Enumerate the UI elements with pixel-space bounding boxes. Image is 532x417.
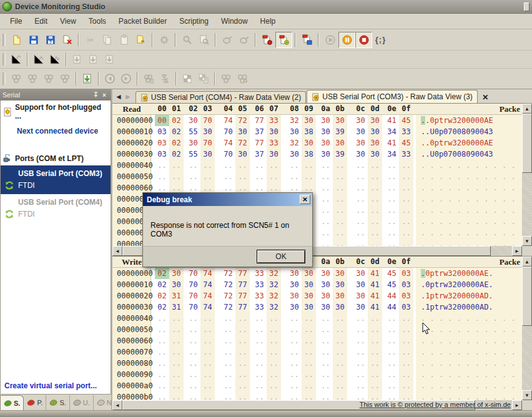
hex-byte-cell[interactable]: .. [267, 171, 281, 182]
hex-byte-cell[interactable]: 45 [385, 268, 399, 279]
hex-byte-cell[interactable]: .. [368, 324, 382, 335]
hex-byte-cell[interactable]: .. [252, 358, 267, 369]
hex-byte-cell[interactable]: .. [399, 216, 413, 227]
hex-byte-cell[interactable]: .. [318, 194, 333, 205]
hex-ascii[interactable]: . . . . . . . . . . . . . . . . [416, 380, 522, 391]
hex-byte-cell[interactable]: .. [318, 182, 333, 194]
hex-byte-cell[interactable]: .. [235, 380, 250, 391]
hex-byte-cell[interactable]: .. [287, 346, 302, 358]
hex-byte-cell[interactable]: 30 [200, 149, 215, 160]
hex-byte-cell[interactable]: 30 [318, 115, 333, 126]
hex-byte-cell[interactable]: 38 [302, 149, 316, 160]
vertical-scrollbar[interactable]: ▲ ▼ [522, 257, 532, 410]
hex-byte-cell[interactable]: .. [353, 369, 368, 380]
hex-byte-cell[interactable]: 03 [399, 279, 413, 290]
hex-byte-cell[interactable]: 03 [155, 149, 169, 160]
hex-byte-cell[interactable]: .. [267, 358, 281, 369]
hex-ascii[interactable]: . . . . . . . . . . . . . . . . [416, 194, 522, 205]
hex-byte-cell[interactable]: 31 [169, 290, 184, 302]
hex-byte-cell[interactable]: 41 [385, 137, 399, 149]
menu-item-file[interactable]: File [4, 15, 28, 27]
hex-byte-cell[interactable]: 30 [318, 268, 333, 279]
hex-byte-cell[interactable]: .. [368, 346, 382, 358]
hex-byte-cell[interactable]: .. [169, 369, 184, 380]
hex-byte-cell[interactable]: 30 [353, 268, 368, 279]
toolbar-grip[interactable] [2, 53, 6, 66]
hex-byte-cell[interactable]: 02 [155, 268, 169, 279]
hex-byte-cell[interactable]: .. [186, 171, 200, 182]
hex-byte-cell[interactable]: 74 [221, 115, 235, 126]
hex-byte-cell[interactable]: .. [318, 380, 333, 391]
hex-byte-cell[interactable]: 33 [252, 302, 267, 313]
hex-byte-cell[interactable]: .. [302, 380, 316, 391]
hex-byte-cell[interactable]: .. [169, 324, 184, 335]
scroll-right-icon[interactable]: ► [512, 246, 522, 256]
hex-byte-cell[interactable]: 74 [200, 279, 215, 290]
bubbles-3-button[interactable] [41, 71, 57, 86]
hex-byte-cell[interactable]: 70 [186, 279, 200, 290]
hex-byte-cell[interactable]: 37 [252, 126, 267, 137]
hex-byte-cell[interactable]: .. [169, 358, 184, 369]
hex-byte-cell[interactable]: .. [169, 313, 184, 324]
hex-byte-cell[interactable]: .. [333, 182, 347, 194]
hex-byte-cell[interactable]: .. [353, 205, 368, 216]
hex-byte-cell[interactable]: .. [385, 313, 399, 324]
ok-button[interactable]: OK [257, 250, 305, 263]
hex-row[interactable]: 00000060 ...............................… [112, 335, 522, 346]
hex-byte-cell[interactable]: 70 [186, 290, 200, 302]
import-data-3-button[interactable] [102, 52, 118, 67]
dialog-title-bar[interactable]: Debug break ✕ [143, 193, 312, 206]
hex-ascii[interactable]: . . . . . . . . . . . . . . . . [416, 205, 522, 216]
watch-structure-button[interactable] [235, 32, 252, 48]
hex-byte-cell[interactable]: .. [235, 313, 250, 324]
hex-byte-cell[interactable]: .. [399, 369, 413, 380]
hex-byte-cell[interactable]: .. [200, 171, 215, 182]
hex-byte-cell[interactable]: .. [333, 346, 347, 358]
hex-byte-cell[interactable]: 30 [200, 126, 215, 137]
hex-byte-cell[interactable]: .. [235, 335, 250, 346]
line-chart-button[interactable] [31, 52, 47, 67]
hex-byte-cell[interactable]: .. [333, 358, 347, 369]
hex-byte-cell[interactable]: 30 [333, 302, 347, 313]
hex-byte-cell[interactable]: 41 [368, 279, 382, 290]
hex-byte-cell[interactable]: .. [353, 194, 368, 205]
hex-byte-cell[interactable]: .. [287, 324, 302, 335]
hex-byte-cell[interactable]: 32 [267, 302, 281, 313]
hex-byte-cell[interactable]: .. [385, 335, 399, 346]
hex-byte-cell[interactable]: 74 [221, 137, 235, 149]
start-monitoring-button[interactable] [322, 32, 338, 48]
hex-byte-cell[interactable]: .. [385, 358, 399, 369]
hex-byte-cell[interactable]: .. [333, 313, 347, 324]
hex-byte-cell[interactable]: 33 [267, 115, 281, 126]
hex-byte-cell[interactable]: .. [353, 216, 368, 227]
hex-byte-cell[interactable]: .. [252, 369, 267, 380]
hex-ascii[interactable]: . . . . . . . . . . . . . . . . [416, 313, 522, 324]
paste-append-button[interactable] [132, 32, 149, 48]
hex-byte-cell[interactable]: .. [399, 324, 413, 335]
hex-byte-cell[interactable]: .. [155, 391, 169, 400]
hex-byte-cell[interactable]: .. [368, 369, 382, 380]
hex-byte-cell[interactable]: .. [399, 346, 413, 358]
hex-byte-cell[interactable]: .. [333, 380, 347, 391]
hex-byte-cell[interactable]: 30 [318, 302, 333, 313]
hex-byte-cell[interactable]: 55 [186, 149, 200, 160]
hex-byte-cell[interactable]: .. [318, 335, 333, 346]
menu-item-window[interactable]: Window [215, 15, 254, 27]
hex-byte-cell[interactable]: .. [368, 216, 382, 227]
hex-byte-cell[interactable]: 72 [221, 302, 235, 313]
hex-byte-cell[interactable]: 45 [399, 137, 413, 149]
scrollbar-thumb[interactable] [522, 114, 532, 173]
hex-byte-cell[interactable]: .. [302, 313, 316, 324]
checker-view-2-button[interactable] [195, 71, 212, 86]
hex-byte-cell[interactable]: 32 [287, 115, 302, 126]
hex-byte-cell[interactable]: 55 [186, 126, 200, 137]
hex-byte-cell[interactable]: .. [221, 346, 235, 358]
navigate-forward-button[interactable] [118, 71, 134, 86]
hex-byte-cell[interactable]: .. [399, 335, 413, 346]
hex-byte-cell[interactable]: .. [368, 380, 382, 391]
hex-byte-cell[interactable]: .. [287, 313, 302, 324]
menu-item-view[interactable]: View [54, 15, 82, 27]
sidebar-tab-3[interactable]: U. [70, 395, 94, 410]
sort-filter-button[interactable] [157, 71, 173, 86]
hex-byte-cell[interactable]: .. [368, 160, 382, 171]
